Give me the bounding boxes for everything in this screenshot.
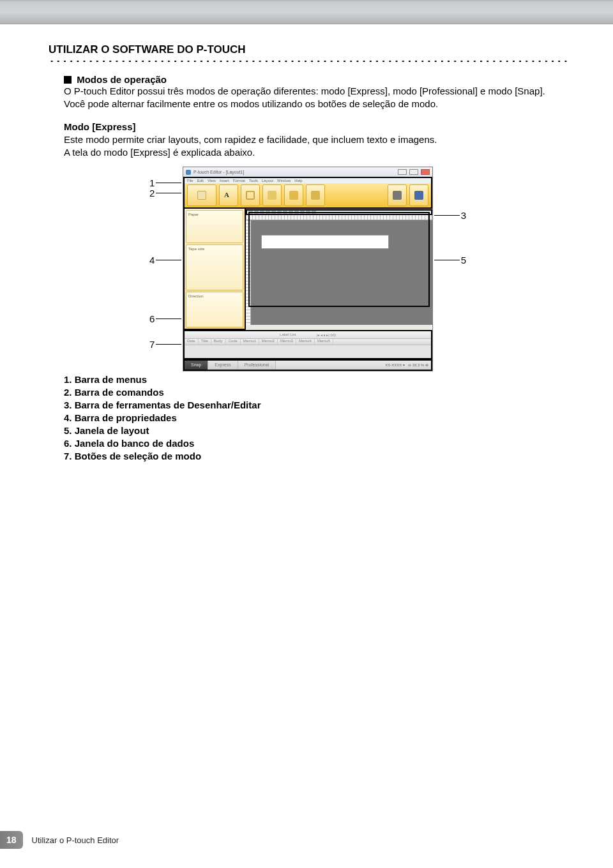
dotted-divider bbox=[49, 60, 567, 63]
legend-item: 1. Barra de menus bbox=[64, 374, 552, 385]
menu-item[interactable]: Tools bbox=[249, 179, 258, 183]
minimize-icon[interactable] bbox=[398, 169, 407, 175]
property-panel-orientation[interactable]: Direction bbox=[186, 292, 243, 327]
menu-item[interactable]: View bbox=[208, 179, 216, 183]
tool-icon[interactable] bbox=[306, 211, 310, 214]
ribbon-button[interactable] bbox=[388, 184, 407, 206]
subsection-heading-text: Modos de operação bbox=[77, 74, 167, 85]
page-content: UTILIZAR O SOFTWARE DO P-TOUCH Modos de … bbox=[0, 26, 613, 461]
favorites-icon bbox=[289, 191, 298, 200]
tool-icon[interactable] bbox=[294, 211, 299, 214]
ruler-vertical bbox=[246, 220, 251, 325]
tool-icon[interactable] bbox=[277, 211, 282, 214]
square-bullet-icon bbox=[64, 76, 72, 84]
callout-1: 1 bbox=[149, 177, 181, 188]
db-navbar[interactable]: Label List |◂ ◂ ▸ ▸| 0/0 bbox=[185, 331, 431, 339]
tool-icon[interactable] bbox=[300, 211, 305, 214]
ruler-horizontal bbox=[246, 215, 432, 220]
express-line-2: A tela do modo [Express] é explicada aba… bbox=[64, 147, 255, 158]
ribbon-button[interactable] bbox=[241, 184, 260, 206]
app-icon bbox=[186, 170, 191, 175]
mode-tab-snap[interactable]: Snap bbox=[185, 361, 208, 370]
mode-tab-professional[interactable]: Professional bbox=[238, 361, 276, 370]
callout-5: 5 bbox=[434, 255, 466, 266]
page-number: 18 bbox=[0, 831, 23, 849]
legend-item: 2. Barra de comandos bbox=[64, 387, 552, 398]
tool-icon[interactable] bbox=[312, 211, 316, 214]
ribbon-button[interactable] bbox=[409, 184, 428, 206]
ribbon-button[interactable] bbox=[262, 184, 282, 206]
express-heading: Modo [Express] bbox=[64, 121, 136, 132]
save-icon bbox=[414, 191, 423, 200]
legend-item: 7. Botões de seleção de modo bbox=[64, 451, 552, 461]
ribbon-button[interactable] bbox=[284, 184, 303, 206]
legend-item: 5. Janela de layout bbox=[64, 425, 552, 436]
ribbon-button[interactable]: A bbox=[219, 184, 238, 206]
ribbon-button[interactable] bbox=[306, 184, 325, 206]
tool-icon[interactable] bbox=[289, 211, 293, 214]
tool-icon[interactable] bbox=[283, 211, 287, 214]
menu-item[interactable]: Format bbox=[233, 179, 245, 183]
print-icon bbox=[393, 191, 402, 200]
express-block: Modo [Express] Este modo permite criar l… bbox=[64, 121, 552, 159]
menu-item[interactable]: Help bbox=[294, 179, 302, 183]
legend-item: 3. Barra de ferramentas de Desenhar/Edit… bbox=[64, 400, 552, 410]
ribbon-button[interactable] bbox=[187, 184, 216, 206]
menu-item[interactable]: Insert bbox=[220, 179, 229, 183]
subsection-heading: Modos de operação bbox=[64, 74, 567, 85]
close-icon[interactable] bbox=[421, 169, 430, 175]
property-panel-tape[interactable]: Tape size bbox=[186, 244, 243, 290]
tool-icon[interactable] bbox=[254, 211, 259, 214]
app-window: P-touch Editor - [Layout1] File Edit Vie… bbox=[183, 167, 433, 371]
callout-box-layout bbox=[248, 212, 430, 307]
label-canvas[interactable] bbox=[261, 235, 389, 249]
callout-legend: 1. Barra de menus 2. Barra de comandos 3… bbox=[64, 374, 552, 461]
tool-icon[interactable] bbox=[271, 211, 276, 214]
top-banner bbox=[0, 0, 613, 24]
callout-3: 3 bbox=[434, 210, 466, 221]
screenshot-diagram: 1 2 4 6 7 3 5 P-touch Editor - [Layout1] bbox=[155, 167, 461, 371]
frame-icon bbox=[246, 191, 255, 200]
tool-icon[interactable] bbox=[248, 211, 253, 214]
legend-item: 4. Barra de propriedades bbox=[64, 412, 552, 423]
property-panel-paper[interactable]: Paper bbox=[186, 210, 243, 243]
properties-bar[interactable]: Paper Tape size Direction bbox=[183, 209, 246, 330]
command-bar[interactable]: A bbox=[183, 183, 432, 209]
legend-item: 6. Janela do banco de dados bbox=[64, 438, 552, 449]
intro-text: O P-touch Editor possui três modos de op… bbox=[64, 85, 552, 110]
callout-7: 7 bbox=[149, 339, 181, 350]
mode-select-buttons[interactable]: Snap Express Professional XX-XXXX ▾ ⊖ 33… bbox=[183, 359, 432, 371]
menu-item[interactable]: File bbox=[187, 179, 193, 183]
tool-icon[interactable] bbox=[266, 211, 270, 214]
callout-2: 2 bbox=[149, 188, 181, 198]
text-icon: A bbox=[224, 191, 233, 200]
layout-icon bbox=[311, 191, 320, 200]
page-footer: 18 Utilizar o P-touch Editor bbox=[0, 831, 119, 849]
menu-item[interactable]: Layout bbox=[262, 179, 273, 183]
paper-icon bbox=[197, 191, 206, 200]
section-title: UTILIZAR O SOFTWARE DO P-TOUCH bbox=[49, 43, 567, 56]
mode-tab-express[interactable]: Express bbox=[208, 361, 238, 370]
footer-breadcrumb: Utilizar o P-touch Editor bbox=[32, 835, 119, 845]
callout-6: 6 bbox=[149, 313, 181, 324]
menu-item[interactable]: Window bbox=[277, 179, 291, 183]
zoom-control[interactable]: XX-XXXX ▾ ⊖ 33.3 % ⊕ bbox=[382, 363, 431, 367]
database-window[interactable]: Label List |◂ ◂ ▸ ▸| 0/0 DateTitleBodyCo… bbox=[183, 330, 432, 359]
callout-4: 4 bbox=[149, 255, 181, 266]
tool-icon[interactable] bbox=[260, 211, 264, 214]
menu-item[interactable]: Edit bbox=[197, 179, 204, 183]
express-line-1: Este modo permite criar layouts, com rap… bbox=[64, 134, 437, 145]
window-titlebar: P-touch Editor - [Layout1] bbox=[183, 167, 432, 177]
draw-edit-toolbar[interactable] bbox=[246, 209, 432, 215]
db-tabs[interactable]: DateTitleBodyCodeMemo1Memo2Memo3Memo4Mem… bbox=[185, 339, 431, 345]
image-icon bbox=[268, 191, 276, 200]
layout-window[interactable] bbox=[246, 209, 432, 325]
window-title: P-touch Editor - [Layout1] bbox=[193, 170, 395, 174]
maximize-icon[interactable] bbox=[409, 169, 418, 175]
